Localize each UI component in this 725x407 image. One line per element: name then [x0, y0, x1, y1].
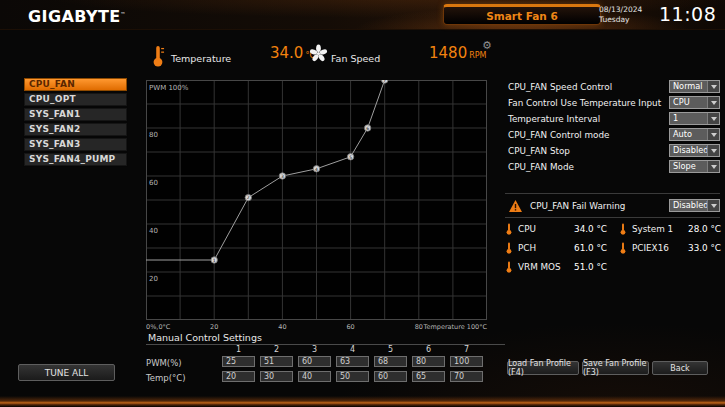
- sensor-pch: PCH 61.0 °C: [505, 242, 607, 253]
- svg-text:5: 5: [349, 155, 352, 160]
- svg-text:2: 2: [247, 195, 250, 200]
- fan-mode-dropdown[interactable]: Slope: [669, 160, 720, 173]
- setting-temp-input: Fan Control Use Temperature Input CPU: [505, 96, 720, 109]
- col-header: 1: [222, 345, 255, 354]
- curve-point-1[interactable]: 1: [211, 257, 217, 263]
- sidebar-item-cpu-opt[interactable]: CPU_OPT: [24, 93, 127, 106]
- setting-fan-mode: CPU_FAN Mode Slope: [505, 160, 720, 173]
- setting-speed-control: CPU_FAN Speed Control Normal: [505, 80, 720, 93]
- thermometer-icon: [505, 223, 513, 235]
- sidebar-item-sys-fan2[interactable]: SYS_FAN2: [24, 123, 127, 136]
- curve-point-4[interactable]: 4: [313, 166, 319, 172]
- sidebar-item-sys-fan3[interactable]: SYS_FAN3: [24, 138, 127, 151]
- save-fan-profile-button[interactable]: Save Fan Profile (F3): [582, 361, 649, 375]
- smart-fan-6-screen: GIGABYTE™ Smart Fan 6 08/13/2024 Tuesday…: [0, 0, 725, 407]
- sensor-cpu: CPU 34.0 °C: [505, 223, 607, 234]
- temperature-label: Temperature: [171, 53, 231, 64]
- svg-text:3: 3: [281, 174, 284, 179]
- temp-cell[interactable]: 40: [298, 371, 331, 382]
- curve-point-6[interactable]: 6: [364, 125, 370, 131]
- svg-text:80: 80: [415, 323, 423, 331]
- trademark-symbol: ™: [121, 11, 126, 17]
- bottom-glow-decoration: [0, 396, 725, 407]
- col-header: 6: [412, 345, 445, 354]
- fail-warning-label: CPU_FAN Fail Warning: [530, 201, 625, 211]
- temp-cell[interactable]: 30: [260, 371, 293, 382]
- fan-stop-dropdown[interactable]: Disabled: [669, 144, 720, 157]
- thermometer-icon: [619, 223, 627, 235]
- svg-text:6: 6: [366, 126, 369, 131]
- thermometer-icon: [505, 261, 513, 273]
- svg-text:60: 60: [346, 323, 354, 331]
- back-button[interactable]: Back: [652, 361, 708, 375]
- sidebar-item-sys-fan4-pump[interactable]: SYS_FAN4_PUMP: [24, 153, 127, 166]
- setting-label: CPU_FAN Mode: [505, 162, 574, 172]
- temp-row-label: Temp(°C): [146, 373, 185, 383]
- pwm-row: 25 51 60 63 68 80 100: [222, 356, 483, 367]
- sidebar-item-sys-fan1[interactable]: SYS_FAN1: [24, 108, 127, 121]
- col-header: 2: [260, 345, 293, 354]
- fan-settings-panel: CPU_FAN Speed Control Normal Fan Control…: [505, 80, 720, 173]
- chevron-down-icon: [707, 97, 719, 108]
- fail-warning-dropdown[interactable]: Disabled: [669, 199, 720, 212]
- gigabyte-logo: GIGABYTE™: [28, 7, 126, 26]
- thermometer-icon: [151, 45, 165, 67]
- temperature-sensors: CPU 34.0 °C System 1 28.0 °C PCH 61.0 °C…: [505, 223, 721, 272]
- manual-column-headers: 1 2 3 4 5 6 7: [222, 345, 483, 354]
- chevron-down-icon: [707, 161, 719, 172]
- curve-point-3[interactable]: 3: [279, 173, 285, 179]
- pwm-row-label: PWM(%): [146, 358, 182, 368]
- speed-control-dropdown[interactable]: Normal: [669, 80, 720, 93]
- pwm-cell[interactable]: 100: [450, 356, 483, 367]
- fan-list: CPU_FAN CPU_OPT SYS_FAN1 SYS_FAN2 SYS_FA…: [24, 78, 127, 168]
- setting-label: Temperature Interval: [505, 114, 600, 124]
- sidebar-item-cpu-fan[interactable]: CPU_FAN: [24, 78, 127, 91]
- tune-all-button[interactable]: TUNE ALL: [18, 364, 115, 381]
- temp-interval-dropdown[interactable]: 1: [669, 112, 720, 125]
- load-fan-profile-button[interactable]: Load Fan Profile (F4): [507, 361, 579, 375]
- svg-text:20: 20: [149, 275, 158, 283]
- date-display: 08/13/2024 Tuesday: [599, 5, 642, 24]
- pwm-cell[interactable]: 80: [412, 356, 445, 367]
- temp-cell[interactable]: 70: [450, 371, 483, 382]
- curve-point-5[interactable]: 5: [347, 154, 353, 160]
- pwm-cell[interactable]: 63: [336, 356, 369, 367]
- pwm-cell[interactable]: 51: [260, 356, 293, 367]
- gear-icon[interactable]: ⚙: [482, 40, 492, 51]
- control-mode-dropdown[interactable]: Auto: [669, 128, 720, 141]
- pwm-cell[interactable]: 25: [222, 356, 255, 367]
- pwm-cell[interactable]: 60: [298, 356, 331, 367]
- chevron-down-icon: [707, 129, 719, 140]
- fan-curve-chart[interactable]: PWM 100%204060800%,0°C20406080Temperatur…: [146, 80, 488, 333]
- temp-row: 20 30 40 50 60 65 70: [222, 371, 483, 382]
- col-header: 4: [336, 345, 369, 354]
- col-header: 3: [298, 345, 331, 354]
- curve-point-2[interactable]: 2: [245, 194, 251, 200]
- temp-cell[interactable]: 60: [374, 371, 407, 382]
- fan-icon: [309, 44, 328, 63]
- chevron-down-icon: [707, 113, 719, 124]
- setting-label: Fan Control Use Temperature Input: [505, 98, 661, 108]
- temp-cell[interactable]: 20: [222, 371, 255, 382]
- top-bar: GIGABYTE™ Smart Fan 6 08/13/2024 Tuesday…: [0, 0, 725, 30]
- temp-input-dropdown[interactable]: CPU: [669, 96, 720, 109]
- chevron-down-icon: [707, 145, 719, 156]
- svg-text:20: 20: [210, 323, 218, 331]
- svg-text:Temperature 100°C: Temperature 100°C: [423, 323, 488, 331]
- pwm-cell[interactable]: 68: [374, 356, 407, 367]
- thermometer-icon: [619, 242, 627, 254]
- svg-text:4: 4: [315, 167, 318, 172]
- temp-cell[interactable]: 50: [336, 371, 369, 382]
- date-text: 08/13/2024: [599, 5, 642, 15]
- svg-text:1: 1: [213, 258, 216, 263]
- svg-text:7: 7: [383, 80, 386, 83]
- svg-text:0%,0°C: 0%,0°C: [146, 323, 171, 331]
- tab-label: Smart Fan 6: [486, 10, 558, 22]
- setting-label: CPU_FAN Control mode: [505, 130, 609, 140]
- manual-control-title: Manual Control Settings: [148, 332, 262, 343]
- chevron-down-icon: [707, 200, 719, 211]
- tab-smart-fan-6[interactable]: Smart Fan 6: [443, 4, 601, 25]
- temp-cell[interactable]: 65: [412, 371, 445, 382]
- svg-text:80: 80: [149, 131, 158, 139]
- curve-point-7[interactable]: 7: [382, 80, 388, 83]
